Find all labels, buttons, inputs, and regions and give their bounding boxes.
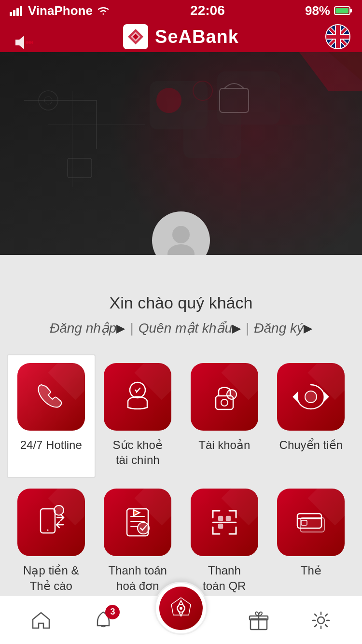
account-icon-box xyxy=(191,363,258,431)
svg-rect-1 xyxy=(13,10,15,16)
card-icon-box xyxy=(277,489,345,556)
tab-bar: 3 xyxy=(0,596,362,644)
home-icon-box xyxy=(29,609,53,632)
status-time: 22:06 xyxy=(190,3,225,18)
seabank-center-icon xyxy=(167,594,195,623)
tab-gifts[interactable] xyxy=(247,609,270,632)
app-logo: SeABank xyxy=(123,24,239,49)
seabank-logo-icon xyxy=(123,24,148,49)
phone-icon xyxy=(32,378,70,416)
svg-rect-5 xyxy=(350,9,352,13)
financial-health-icon-box xyxy=(104,363,171,431)
forgot-arrow: ▶ xyxy=(232,322,241,335)
center-icon-box xyxy=(159,587,203,630)
svg-point-44 xyxy=(305,391,317,403)
bill-icon xyxy=(118,503,157,542)
app-title: SeABank xyxy=(155,27,239,47)
tab-settings[interactable] xyxy=(309,609,333,632)
svg-rect-56 xyxy=(226,517,230,520)
qr-icon xyxy=(205,503,244,542)
language-button[interactable] xyxy=(325,24,350,49)
svg-point-32 xyxy=(157,88,181,112)
svg-point-72 xyxy=(318,617,324,624)
menu-item-account[interactable]: Tài khoản xyxy=(181,355,268,477)
topup-label: Nạp tiền &Thẻ cào xyxy=(23,563,79,593)
svg-rect-19 xyxy=(336,25,340,48)
svg-rect-0 xyxy=(10,12,12,16)
svg-rect-55 xyxy=(219,517,223,520)
person-icon xyxy=(162,221,200,255)
financial-health-label: Sức khoẻtài chính xyxy=(113,437,163,467)
status-right: 98% xyxy=(305,3,352,18)
content-area: Xin chào quý khách Đăng nhập ▶ | Quên mậ… xyxy=(0,255,362,603)
transfer-label: Chuyển tiền xyxy=(279,437,343,452)
qr-icon-box xyxy=(191,489,258,556)
transfer-icon xyxy=(292,378,330,416)
auth-links: Đăng nhập ▶ | Quên mật khẩu ▶ | Đăng ký … xyxy=(0,320,362,336)
bill-label: Thanh toánhoá đơn xyxy=(109,563,167,593)
login-link[interactable]: Đăng nhập xyxy=(50,320,116,336)
svg-point-47 xyxy=(54,505,64,515)
bell-icon-box: 3 xyxy=(92,609,115,632)
svg-rect-35 xyxy=(241,125,328,245)
register-link[interactable]: Đăng ký xyxy=(254,321,304,336)
app-header: SeABank xyxy=(0,21,362,52)
menu-item-financial-health[interactable]: Sức khoẻtài chính xyxy=(95,355,181,477)
svg-point-7 xyxy=(26,41,28,44)
home-icon xyxy=(31,611,51,630)
svg-point-41 xyxy=(227,390,237,399)
login-arrow: ▶ xyxy=(116,322,125,335)
status-left: VinaPhone xyxy=(10,3,110,18)
battery-icon xyxy=(334,5,352,16)
svg-point-9 xyxy=(31,41,33,44)
svg-rect-57 xyxy=(219,524,223,528)
card-label: Thẻ xyxy=(301,563,321,578)
register-arrow: ▶ xyxy=(304,322,312,335)
hotline-label: 24/7 Hotline xyxy=(20,437,82,452)
qr-label: Thanhtoán QR xyxy=(203,563,246,593)
svg-marker-42 xyxy=(324,393,328,401)
topup-icon xyxy=(32,503,70,542)
svg-rect-60 xyxy=(300,518,324,532)
financial-health-icon xyxy=(118,378,157,416)
tab-center[interactable] xyxy=(154,582,208,635)
notification-badge: 3 xyxy=(105,605,120,619)
card-icon xyxy=(292,503,330,542)
status-bar: VinaPhone 22:06 98% xyxy=(0,0,362,21)
signal-icon xyxy=(10,5,24,16)
gift-icon xyxy=(249,610,269,630)
svg-rect-6 xyxy=(335,8,348,14)
menu-item-topup[interactable]: Nạp tiền &Thẻ cào xyxy=(8,481,95,602)
settings-icon-box xyxy=(309,609,333,632)
bill-icon-box xyxy=(104,489,171,556)
menu-item-transfer[interactable]: Chuyển tiền xyxy=(268,355,355,477)
gift-icon-box xyxy=(247,609,270,632)
topup-icon-box xyxy=(17,489,85,556)
menu-item-hotline[interactable]: 24/7 Hotline xyxy=(7,354,96,478)
forgot-password-link[interactable]: Quên mật khẩu xyxy=(139,320,232,336)
svg-marker-43 xyxy=(293,393,297,401)
menu-row-1: 24/7 Hotline Sức khoẻtài chính xyxy=(0,355,362,477)
svg-rect-29 xyxy=(183,110,241,158)
menu-item-qr[interactable]: Thanhtoán QR xyxy=(181,481,268,602)
speaker-button[interactable] xyxy=(12,33,33,54)
carrier-label: VinaPhone xyxy=(28,3,93,18)
menu-item-card[interactable]: Thẻ xyxy=(268,481,355,602)
svg-marker-53 xyxy=(134,510,139,516)
transfer-icon-box xyxy=(277,363,345,431)
hero-banner xyxy=(0,52,362,255)
wifi-icon xyxy=(97,5,110,16)
svg-rect-3 xyxy=(20,6,22,16)
greeting-text: Xin chào quý khách xyxy=(0,294,362,312)
tab-home[interactable] xyxy=(29,609,53,632)
battery-percent: 98% xyxy=(305,3,330,18)
svg-rect-2 xyxy=(16,8,19,16)
tab-notifications[interactable]: 3 xyxy=(92,609,115,632)
svg-point-37 xyxy=(167,244,195,255)
svg-point-8 xyxy=(28,41,31,44)
hotline-icon-box xyxy=(17,363,85,431)
svg-point-36 xyxy=(172,226,190,243)
account-label: Tài khoản xyxy=(198,437,250,452)
account-icon xyxy=(205,378,244,416)
settings-icon xyxy=(311,610,331,630)
